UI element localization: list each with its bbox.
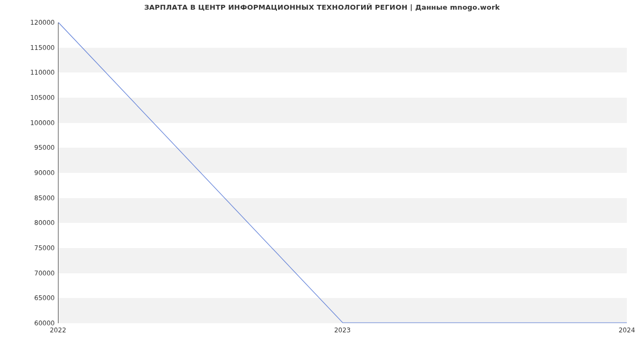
line-layer — [58, 23, 627, 323]
y-tick-label: 115000 — [6, 44, 55, 52]
y-tick-label: 65000 — [6, 294, 55, 302]
y-tick-label: 95000 — [6, 144, 55, 151]
y-tick-label: 105000 — [6, 94, 55, 101]
series-line — [58, 23, 627, 323]
y-tick-label: 110000 — [6, 69, 55, 76]
x-tick-label: 2023 — [334, 326, 351, 334]
chart-container: ЗАРПЛАТА В ЦЕНТР ИНФОРМАЦИОННЫХ ТЕХНОЛОГ… — [0, 0, 644, 349]
y-tick-label: 85000 — [6, 194, 55, 202]
y-tick-label: 90000 — [6, 169, 55, 177]
x-tick-label: 2022 — [50, 326, 67, 334]
y-tick-label: 60000 — [6, 319, 55, 327]
x-tick-label: 2024 — [619, 326, 635, 334]
chart-title: ЗАРПЛАТА В ЦЕНТР ИНФОРМАЦИОННЫХ ТЕХНОЛОГ… — [0, 3, 644, 11]
y-tick-label: 120000 — [6, 19, 55, 26]
y-tick-label: 100000 — [6, 119, 55, 127]
y-tick-label: 80000 — [6, 219, 55, 227]
y-tick-label: 75000 — [6, 244, 55, 252]
plot-area — [58, 23, 627, 323]
y-tick-label: 70000 — [6, 270, 55, 277]
